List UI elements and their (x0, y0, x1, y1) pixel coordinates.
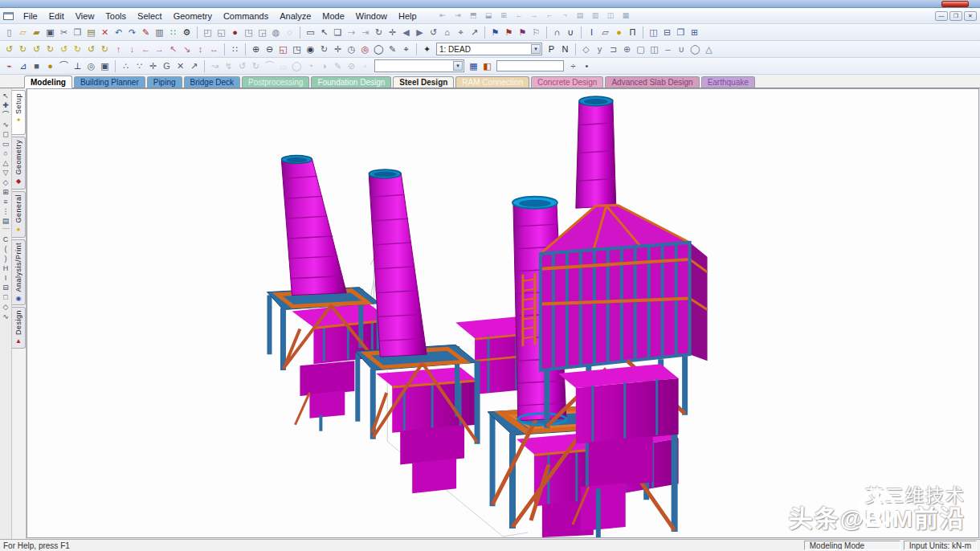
print-icon[interactable]: ◲ (255, 26, 269, 39)
member-numbers-toggle-icon[interactable]: ▢ (634, 43, 647, 56)
spline-icon[interactable]: ∪ (564, 26, 578, 39)
curved-beam-icon[interactable]: ⌒ (57, 59, 71, 73)
next-view-icon[interactable]: ▶ (413, 26, 427, 39)
divide-icon[interactable]: ÷ (566, 59, 580, 73)
nudge-icon[interactable]: ⇢ (345, 26, 358, 39)
list-tool-icon[interactable]: ≡ (3, 197, 7, 206)
arc-up-icon[interactable]: ⌒ (263, 59, 276, 73)
view-top-icon[interactable]: ↑ (112, 43, 125, 56)
portal-frame-icon[interactable]: Π (626, 26, 639, 39)
spline-tool-icon[interactable]: ∿ (2, 120, 9, 129)
support-icon[interactable]: ⊥ (71, 59, 84, 73)
view-height-icon[interactable]: ↕ (194, 43, 207, 56)
side-tab-setup[interactable]: Setup✦ (12, 90, 26, 135)
menu-mode[interactable]: Mode (316, 10, 350, 22)
save-icon[interactable]: ▣ (43, 26, 57, 39)
menu-geometry[interactable]: Geometry (168, 10, 218, 22)
circle-tool-icon[interactable]: ○ (3, 149, 7, 158)
view-front-icon[interactable]: ↖ (166, 43, 180, 56)
model-3d-view[interactable] (27, 89, 978, 537)
table-view-icon[interactable]: ▦ (620, 10, 632, 21)
flag-purple-icon[interactable]: ⚑ (516, 26, 529, 39)
pane-top-icon[interactable]: ⬒ (468, 10, 480, 21)
inv-triangle-tool-icon[interactable]: ▽ (3, 168, 9, 178)
section-combobox[interactable]: ▾ (374, 59, 464, 72)
spin-ccw-icon[interactable]: ↺ (57, 43, 71, 56)
zoom-extents-icon[interactable]: ◳ (290, 43, 304, 56)
section-view-icon[interactable]: ◧ (480, 59, 494, 73)
workflow-tab-earthquake[interactable]: Earthquake (701, 76, 755, 88)
pan-view-icon[interactable]: ✛ (331, 43, 345, 56)
arc-down-icon[interactable]: ⌓ (276, 59, 290, 73)
cascade-icon[interactable]: ❐ (674, 26, 688, 39)
duct-b[interactable] (376, 367, 476, 493)
supports-display-toggle-icon[interactable]: ◯ (688, 43, 702, 56)
node-points-toggle-icon[interactable]: ◇ (579, 43, 593, 56)
mesh-tool-icon[interactable]: ⊞ (2, 187, 9, 197)
staad-editor-icon[interactable]: ◱ (214, 26, 228, 39)
add-solid-icon[interactable]: ■ (30, 59, 43, 73)
negate-icon[interactable]: ¬ (559, 10, 571, 21)
copy-icon[interactable]: ❐ (71, 26, 84, 39)
beam-ends-toggle-icon[interactable]: ⊐ (606, 43, 620, 56)
sketch-icon[interactable]: ✎ (331, 59, 345, 73)
box-section-icon[interactable]: ⊟ (2, 283, 9, 292)
stack-1[interactable] (281, 156, 346, 296)
add-plate-icon[interactable]: ⊿ (16, 59, 30, 73)
info-icon[interactable]: ◌ (283, 26, 296, 39)
no-entry-icon[interactable]: ⊘ (345, 59, 358, 73)
diamond-tool-icon[interactable]: ◇ (3, 178, 9, 187)
view-left-icon[interactable]: ← (139, 43, 153, 56)
workflow-tab-postprocessing[interactable]: Postprocessing (242, 76, 309, 88)
delete-generate-icon[interactable]: ✕ (174, 59, 187, 73)
home-view-icon[interactable]: ⌂ (440, 26, 454, 39)
loads-display-toggle-icon[interactable]: ∪ (675, 43, 688, 56)
paste-icon[interactable]: ▤ (84, 26, 98, 39)
generate-icon[interactable]: ∴ (119, 59, 133, 73)
rows-icon[interactable]: ▤ (574, 10, 586, 21)
rotate-down-icon[interactable]: ↻ (16, 43, 30, 56)
plate-numbers-toggle-icon[interactable]: ◫ (647, 43, 661, 56)
plate-icon[interactable]: ▱ (598, 26, 612, 39)
dot-tool-icon[interactable]: ◦ (358, 59, 372, 73)
snap-grid-icon[interactable]: ∷ (166, 26, 180, 39)
flag-red-icon[interactable]: ⚑ (502, 26, 516, 39)
add-beam-icon[interactable]: ⌁ (2, 59, 16, 73)
arc-icon[interactable]: ∩ (550, 26, 564, 39)
undo-icon[interactable]: ↶ (112, 26, 125, 39)
menu-commands[interactable]: Commands (218, 10, 274, 22)
menu-tools[interactable]: Tools (100, 10, 132, 22)
dot-icon[interactable]: • (580, 59, 594, 73)
workflow-tab-advanced-slab-design[interactable]: Advanced Slab Design (605, 76, 699, 88)
full-view-icon[interactable]: ◯ (372, 43, 386, 56)
half-icon[interactable]: ◑ (317, 59, 331, 73)
spin-left-icon[interactable]: ↺ (235, 59, 249, 73)
add-node-icon[interactable]: ● (43, 59, 57, 73)
spin-cw-icon[interactable]: ↻ (71, 43, 84, 56)
circle-tool-icon[interactable]: ◯ (290, 59, 304, 73)
display-options-icon[interactable]: ∷ (228, 43, 242, 56)
load-case-combobox[interactable]: 1: DEAD ▾ (436, 43, 542, 55)
section-outline-toggle-icon[interactable]: – (661, 43, 675, 56)
ball-joint-icon[interactable]: ● (612, 26, 626, 39)
calculator-icon[interactable]: ◳ (242, 26, 255, 39)
workflow-tab-concrete-design[interactable]: Concrete Design (531, 76, 603, 88)
annotate-icon[interactable]: ✎ (386, 43, 399, 56)
side-tab-design[interactable]: Design▲ (12, 307, 26, 349)
menu-window[interactable]: Window (350, 10, 393, 22)
side-tab-analysis-print[interactable]: Analysis/Print◉ (12, 239, 26, 305)
tile-vertical-icon[interactable]: ⊟ (660, 26, 674, 39)
select-arrow-tool-icon[interactable]: ↖ (2, 91, 9, 100)
redo-icon[interactable]: ↷ (125, 26, 139, 39)
menu-analyze[interactable]: Analyze (274, 10, 316, 22)
dock-right-icon[interactable]: ⇥ (452, 10, 464, 21)
back-icon[interactable]: ← (513, 10, 525, 21)
workflow-tab-bridge-deck[interactable]: Bridge Deck (184, 76, 240, 88)
flag-blue-icon[interactable]: ⚑ (488, 26, 502, 39)
square-section-icon[interactable]: □ (3, 292, 7, 302)
menu-edit[interactable]: Edit (43, 10, 70, 22)
forward-icon[interactable]: → (529, 10, 541, 21)
view-back-icon[interactable]: ↘ (180, 43, 194, 56)
rotate-up-icon[interactable]: ↺ (2, 43, 16, 56)
run-analysis-icon[interactable]: ⚙ (180, 26, 194, 39)
